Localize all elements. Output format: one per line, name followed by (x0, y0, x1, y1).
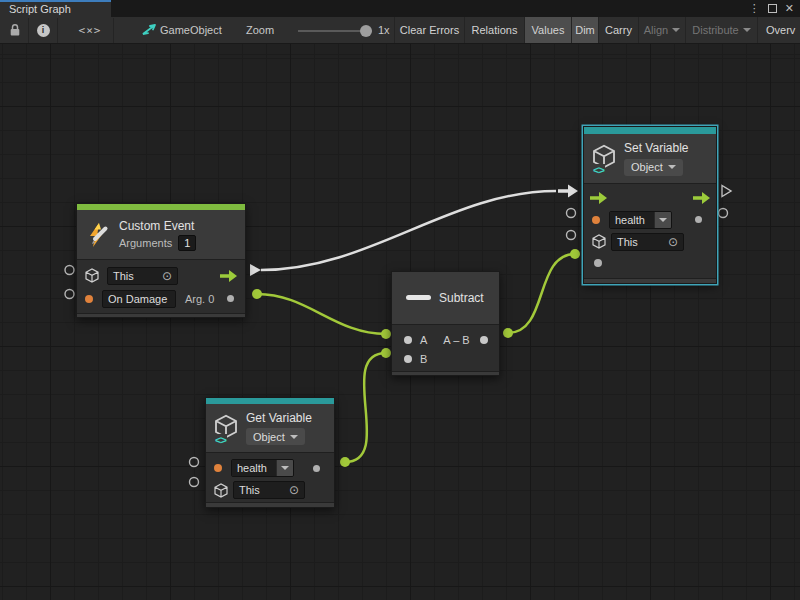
align-dropdown-button[interactable]: Align (638, 17, 685, 43)
node-title: Get Variable (246, 411, 312, 425)
toolbar-buttons: Clear Errors Relations Values Dim Carry … (394, 17, 800, 43)
value-port-orange[interactable] (214, 464, 222, 472)
subtract-body: A A – B B (392, 324, 499, 371)
distribute-label: Distribute (692, 24, 738, 36)
values-toggle-button[interactable]: Values (524, 17, 571, 43)
node-get-variable[interactable]: <> Get Variable Object health (205, 397, 335, 508)
clear-errors-button[interactable]: Clear Errors (394, 17, 464, 43)
set-variable-footer (584, 278, 716, 284)
scope-value: Object (631, 161, 663, 173)
custom-event-icon (85, 222, 111, 248)
zoom-label: Zoom (246, 17, 274, 43)
object-picker-icon[interactable]: ⊙ (289, 483, 299, 497)
variable-name-dropdown[interactable]: health (231, 459, 294, 477)
flow-input-port[interactable] (590, 192, 607, 204)
input-b-label: B (420, 353, 427, 365)
node-title: Set Variable (624, 141, 688, 155)
toolbar-separator (113, 18, 114, 43)
window-controls: ⋮ ✕ (749, 0, 800, 17)
tab-strip: Script Graph ⋮ ✕ (0, 0, 800, 17)
info-icon[interactable]: i (31, 17, 55, 43)
arg0-label: Arg. 0 (185, 293, 214, 305)
variable-cube-icon: <> (592, 144, 616, 173)
value-port-orange[interactable] (592, 216, 600, 224)
variable-scope-dropdown[interactable]: Object (246, 428, 305, 445)
gameobject-cube-icon (592, 234, 606, 249)
target-value: This (239, 484, 260, 496)
arg0-output-port[interactable] (227, 295, 234, 302)
graph-toolbar: i <×> GameObject Zoom 1x Clear Errors Re… (0, 17, 800, 44)
overview-button[interactable]: Overv (757, 17, 800, 43)
lock-icon[interactable] (6, 17, 24, 43)
object-picker-icon[interactable]: ⊙ (162, 269, 172, 283)
carry-button[interactable]: Carry (598, 17, 638, 43)
input-a-port[interactable] (404, 336, 412, 344)
node-custom-event[interactable]: Custom Event Arguments 1 This ⊙ (76, 203, 246, 318)
node-title: Subtract (439, 291, 484, 305)
scope-value: Object (253, 431, 285, 443)
script-graph-window: Script Graph ⋮ ✕ i <×> GameObject (0, 0, 800, 600)
input-b-port[interactable] (404, 355, 412, 363)
variable-name-value: health (232, 460, 276, 476)
chevron-down-icon (672, 28, 680, 32)
script-graph-asset-icon (141, 17, 157, 43)
target-field[interactable]: This ⊙ (233, 481, 305, 499)
node-title: Custom Event (119, 219, 196, 233)
distribute-dropdown-button[interactable]: Distribute (685, 17, 757, 43)
gameobject-cube-icon (85, 268, 99, 283)
custom-event-header: Custom Event Arguments 1 (77, 210, 245, 259)
zoom-value: 1x (378, 17, 390, 43)
relations-button[interactable]: Relations (464, 17, 524, 43)
tab-script-graph[interactable]: Script Graph (0, 0, 111, 17)
subtract-header: Subtract (392, 272, 499, 324)
target-value: This (113, 270, 134, 282)
get-variable-body: health This ⊙ (206, 452, 334, 502)
value-port-orange[interactable] (85, 295, 93, 303)
result-output-port[interactable] (480, 336, 488, 344)
object-picker-icon[interactable]: ⊙ (668, 235, 678, 249)
node-set-variable[interactable]: <> Set Variable Object (583, 126, 717, 284)
target-value: This (617, 236, 638, 248)
variable-name-dropdown[interactable]: health (609, 211, 672, 229)
arguments-label: Arguments (119, 237, 172, 249)
value-output-port[interactable] (695, 216, 702, 223)
chevron-down-icon (659, 218, 667, 222)
chevron-down-icon (281, 466, 289, 470)
chevron-down-icon (290, 435, 298, 439)
dim-toggle-button[interactable]: Dim (571, 17, 598, 43)
align-label: Align (644, 24, 668, 36)
variable-scope-dropdown[interactable]: Object (624, 159, 683, 176)
custom-event-body: This ⊙ On Damage Arg. 0 (77, 259, 245, 313)
chevron-down-icon (743, 28, 751, 32)
flow-output-port[interactable] (693, 192, 710, 204)
flow-output-port[interactable] (220, 270, 237, 282)
gameobject-label: GameObject (160, 17, 222, 43)
custom-event-footer (77, 313, 245, 317)
value-output-port[interactable] (313, 465, 320, 472)
arguments-count-input[interactable]: 1 (178, 235, 196, 251)
node-subtract[interactable]: Subtract A A – B B (391, 271, 500, 376)
target-field[interactable]: This ⊙ (107, 267, 178, 285)
get-variable-footer (206, 502, 334, 507)
close-icon[interactable]: ✕ (785, 0, 794, 17)
event-name-value: On Damage (108, 293, 167, 305)
variable-name-value: health (610, 212, 654, 228)
zoom-slider-handle[interactable] (360, 25, 372, 37)
chevron-down-icon (668, 165, 676, 169)
maximize-icon[interactable] (768, 4, 777, 13)
input-a-label: A (420, 334, 427, 346)
subtract-icon (406, 295, 431, 300)
kebab-menu-icon[interactable]: ⋮ (749, 0, 760, 17)
event-name-field[interactable]: On Damage (102, 290, 176, 308)
new-value-input-port[interactable] (594, 259, 602, 267)
set-variable-body: health This ⊙ (584, 183, 716, 278)
gameobject-cube-icon (214, 483, 228, 498)
code-icon[interactable]: <×> (70, 17, 110, 43)
variable-colorbar (584, 127, 716, 134)
result-label: A – B (443, 334, 469, 346)
toolbar-separator (28, 18, 29, 43)
get-variable-header: <> Get Variable Object (206, 404, 334, 452)
toolbar-separator (57, 18, 58, 43)
target-field[interactable]: This ⊙ (611, 233, 684, 251)
subtract-footer (392, 371, 499, 376)
